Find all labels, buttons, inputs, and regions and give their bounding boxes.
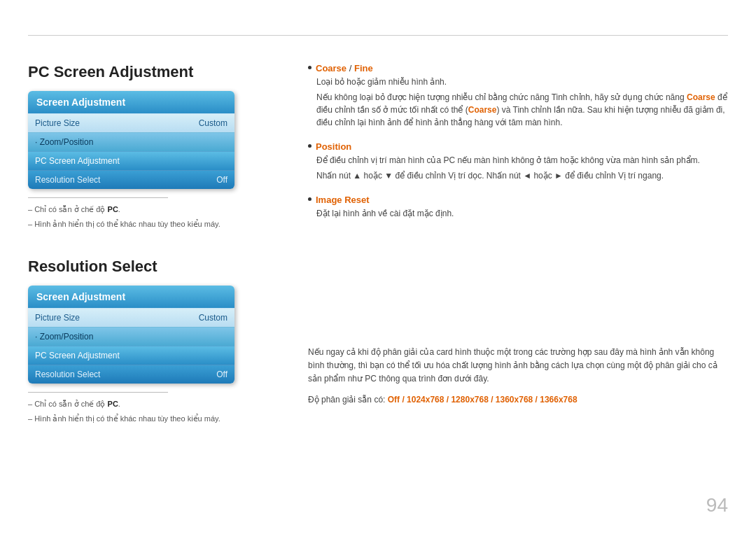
top-rule xyxy=(28,35,728,36)
note2-2: – Hình ảnh hiển thị có thể khác nhau tùy… xyxy=(28,413,273,425)
section1-container: PC Screen Adjustment Screen Adjustment P… xyxy=(28,63,273,230)
panel2-header: Screen Adjustment xyxy=(28,286,234,308)
section2-title: Resolution Select xyxy=(28,258,273,276)
panel1-label-3: Resolution Select xyxy=(35,175,100,185)
bullet-title-coarse: Coarse / Fine xyxy=(316,63,373,73)
panel2-item-3[interactable]: Resolution Select Off xyxy=(28,365,234,384)
panel1-item-2[interactable]: PC Screen Adjustment xyxy=(28,151,234,170)
note1-2: – Hình ảnh hiển thị có thể khác nhau tùy… xyxy=(28,218,273,230)
note2-1: – Chỉ có sẵn ở chế độ PC. xyxy=(28,398,273,410)
bullet-image-reset: Image Reset Đặt lại hình ảnh về cài đặt … xyxy=(308,195,728,220)
right-top-bullets: Coarse / Fine Loại bỏ hoặc giảm nhiễu hì… xyxy=(308,63,728,220)
panel1-header: Screen Adjustment xyxy=(28,91,234,113)
coarse-fine-body1: Loại bỏ hoặc giảm nhiễu hình ảnh. xyxy=(316,76,728,88)
panel1-item-3[interactable]: Resolution Select Off xyxy=(28,170,234,189)
panel1-item-0[interactable]: Picture Size Custom xyxy=(28,113,234,132)
bullet-position-row: Position xyxy=(308,141,728,152)
panel2-item-2[interactable]: PC Screen Adjustment xyxy=(28,346,234,365)
page-number: 94 xyxy=(706,494,728,517)
panel1-label-2: PC Screen Adjustment xyxy=(35,156,120,166)
panel2-label-2: PC Screen Adjustment xyxy=(35,351,120,360)
bullet-coarse-fine: Coarse / Fine Loại bỏ hoặc giảm nhiễu hì… xyxy=(308,63,728,129)
image-reset-body: Đặt lại hình ảnh về cài đặt mặc định. xyxy=(316,207,728,220)
panel1-label-1: · Zoom/Position xyxy=(35,137,93,147)
panel2-label-3: Resolution Select xyxy=(35,370,100,379)
position-body1: Để điều chỉnh vị trí màn hình của PC nếu… xyxy=(316,154,728,167)
note1-1: – Chỉ có sẵn ở chế độ PC. xyxy=(28,204,273,216)
fine-label: Fine xyxy=(354,63,373,73)
image-reset-label: Image Reset xyxy=(316,195,370,205)
panel2-label-0: Picture Size xyxy=(35,313,80,323)
bullet-dot-3 xyxy=(308,197,312,201)
panel1-value-0: Custom xyxy=(199,118,227,128)
right-column: Coarse / Fine Loại bỏ hoặc giảm nhiễu hì… xyxy=(287,21,728,513)
bullet-position: Position Để điều chỉnh vị trí màn hình c… xyxy=(308,141,728,182)
panel2-item-0[interactable]: Picture Size Custom xyxy=(28,308,234,327)
bullet-image-reset-row: Image Reset xyxy=(308,195,728,205)
divider1 xyxy=(28,197,168,198)
divider2 xyxy=(28,392,168,393)
panel1-label-0: Picture Size xyxy=(35,118,80,128)
bullet-dot-1 xyxy=(308,66,312,69)
panel2-value-0: Custom xyxy=(199,313,227,323)
coarse-fine-body2: Nếu không loại bỏ được hiện tượng nhiễu … xyxy=(316,91,728,129)
right-bottom-resolution: Nếu ngay cả khi độ phân giải của card hì… xyxy=(308,346,728,407)
bullet-coarse-row: Coarse / Fine xyxy=(308,63,728,73)
panel2-item-1[interactable]: · Zoom/Position xyxy=(28,327,234,346)
section1-title: PC Screen Adjustment xyxy=(28,63,273,81)
position-label: Position xyxy=(316,141,351,152)
slash-separator: / xyxy=(349,63,354,73)
panel1-item-1[interactable]: · Zoom/Position xyxy=(28,132,234,151)
resolution-desc1: Nếu ngay cả khi độ phân giải của card hì… xyxy=(308,346,728,386)
panel2-label-1: · Zoom/Position xyxy=(35,332,93,342)
bullet-dot-2 xyxy=(308,144,312,148)
resolution-options: Độ phân giải sẵn có: Off / 1024x768 / 12… xyxy=(308,393,728,407)
section2-container: Resolution Select Screen Adjustment Pict… xyxy=(28,258,273,424)
screen-panel-2: Screen Adjustment Picture Size Custom · … xyxy=(28,286,234,384)
position-body2: Nhấn nút ▲ hoặc ▼ để điều chỉnh Vị trí d… xyxy=(316,169,728,182)
panel2-value-3: Off xyxy=(216,370,227,379)
resolution-values: Off / 1024x768 / 1280x768 / 1360x768 / 1… xyxy=(388,395,578,405)
coarse-label: Coarse xyxy=(316,63,346,73)
panel1-value-3: Off xyxy=(216,175,227,185)
screen-panel-1: Screen Adjustment Picture Size Custom · … xyxy=(28,91,234,189)
